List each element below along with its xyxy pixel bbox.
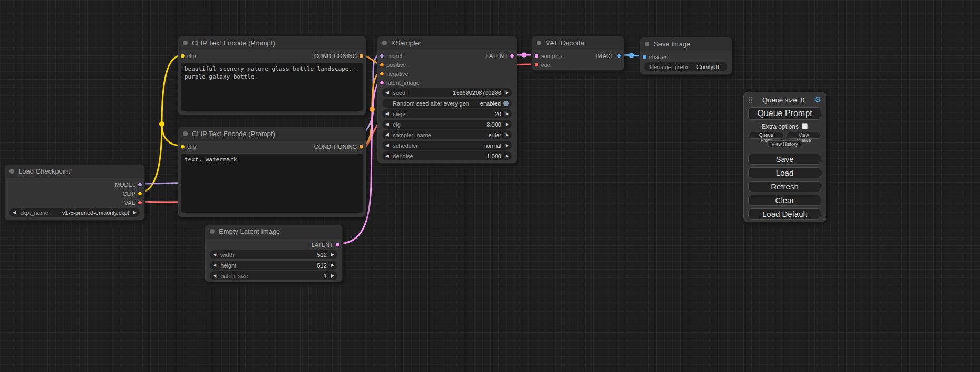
- model-output-port[interactable]: [138, 182, 142, 187]
- decrement-arrow-icon[interactable]: ◀: [385, 143, 389, 148]
- node-title-bar[interactable]: CLIP Text Encode (Prompt): [178, 36, 366, 50]
- decrement-arrow-icon[interactable]: ◀: [385, 90, 389, 95]
- positive-prompt-textarea[interactable]: beautiful scenery nature glass bottle la…: [181, 63, 363, 111]
- images-input-port[interactable]: [642, 54, 647, 59]
- node-vae-decode[interactable]: VAE Decode samples IMAGE vae: [531, 36, 624, 71]
- save-workflow-button[interactable]: Save: [748, 154, 821, 165]
- collapse-dot-icon[interactable]: [537, 41, 541, 45]
- vae-input-label: vae: [541, 62, 550, 68]
- clip-input-port[interactable]: [180, 53, 185, 58]
- image-output-label: IMAGE: [596, 53, 615, 59]
- seed-widget[interactable]: ◀ seed 156680208700286 ▶: [382, 88, 512, 97]
- width-widget[interactable]: ◀ width 512 ▶: [210, 250, 337, 259]
- random-seed-toggle-widget[interactable]: Random seed after every gen enabled: [382, 99, 512, 108]
- conditioning-output-port[interactable]: [359, 53, 364, 58]
- node-title-bar[interactable]: Save Image: [640, 37, 732, 51]
- node-graph-canvas[interactable]: Load Checkpoint MODEL CLIP VAE ◀ ckpt_na…: [0, 0, 980, 372]
- collapse-dot-icon[interactable]: [9, 169, 14, 174]
- refresh-button[interactable]: Refresh: [748, 181, 821, 192]
- node-load-checkpoint[interactable]: Load Checkpoint MODEL CLIP VAE ◀ ckpt_na…: [4, 164, 145, 221]
- toggle-dot-icon[interactable]: [503, 101, 509, 106]
- vae-output-port[interactable]: [138, 200, 142, 205]
- conditioning-output-port[interactable]: [359, 144, 364, 149]
- view-history-button[interactable]: View History: [767, 140, 803, 147]
- decrement-arrow-icon[interactable]: ◀: [213, 263, 216, 268]
- scheduler-widget[interactable]: ◀ scheduler normal ▶: [382, 141, 512, 150]
- extra-options-label: Extra options: [762, 123, 799, 130]
- view-queue-button[interactable]: View Queue: [786, 132, 821, 139]
- increment-arrow-icon[interactable]: ▶: [506, 111, 509, 116]
- decrement-arrow-icon[interactable]: ◀: [213, 273, 216, 278]
- denoise-widget[interactable]: ◀ denoise 1.000 ▶: [382, 151, 512, 160]
- widget-value: 156680208700286: [453, 90, 501, 96]
- model-input-port[interactable]: [380, 53, 384, 58]
- increment-arrow-icon[interactable]: ▶: [506, 154, 509, 158]
- node-empty-latent-image[interactable]: Empty Latent Image LATENT ◀ width 512 ▶ …: [205, 224, 343, 282]
- height-widget[interactable]: ◀ height 512 ▶: [210, 261, 337, 270]
- collapse-dot-icon[interactable]: [645, 42, 649, 46]
- decrement-arrow-icon[interactable]: ◀: [385, 111, 389, 116]
- steps-widget[interactable]: ◀ steps 20 ▶: [382, 109, 512, 118]
- sampler-name-widget[interactable]: ◀ sampler_name euler ▶: [382, 130, 512, 139]
- load-workflow-button[interactable]: Load: [748, 167, 821, 178]
- decrement-arrow-icon[interactable]: ◀: [13, 210, 16, 215]
- drag-handle-icon[interactable]: ⣿: [748, 96, 753, 103]
- negative-input-port[interactable]: [380, 71, 384, 76]
- latent-output-port[interactable]: [510, 53, 515, 58]
- decrement-arrow-icon[interactable]: ◀: [385, 122, 389, 127]
- node-ksampler[interactable]: KSampler model LATENT positive negative …: [377, 36, 517, 164]
- increment-arrow-icon[interactable]: ▶: [506, 122, 509, 127]
- menu-header: ⣿ Queue size: 0 ⚙: [748, 94, 821, 105]
- widget-label: width: [220, 252, 234, 258]
- samples-input-port[interactable]: [534, 53, 539, 58]
- widget-value: 1: [324, 273, 327, 279]
- node-save-image[interactable]: Save Image images filename_prefix ComfyU…: [639, 37, 732, 75]
- batch-size-widget[interactable]: ◀ batch_size 1 ▶: [210, 271, 337, 280]
- settings-gear-icon[interactable]: ⚙: [814, 95, 821, 104]
- ckpt-name-widget[interactable]: ◀ ckpt_name v1-5-pruned-emaonly.ckpt ▶: [9, 208, 140, 217]
- widget-value: euler: [488, 132, 501, 138]
- vae-input-port[interactable]: [534, 62, 539, 67]
- latent-image-input-port[interactable]: [380, 80, 384, 85]
- decrement-arrow-icon[interactable]: ◀: [385, 132, 389, 137]
- node-title-bar[interactable]: Load Checkpoint: [5, 165, 144, 178]
- node-title-bar[interactable]: Empty Latent Image: [205, 225, 342, 239]
- cfg-widget[interactable]: ◀ cfg 8.000 ▶: [382, 120, 512, 129]
- latent-output-port[interactable]: [335, 242, 340, 247]
- extra-options-row: Extra options: [748, 122, 821, 130]
- collapse-dot-icon[interactable]: [210, 229, 215, 234]
- load-default-button[interactable]: Load Default: [748, 208, 821, 220]
- increment-arrow-icon[interactable]: ▶: [506, 90, 509, 95]
- queue-front-button[interactable]: Queue Front: [748, 132, 784, 139]
- increment-arrow-icon[interactable]: ▶: [506, 143, 509, 148]
- collapse-dot-icon[interactable]: [382, 41, 387, 45]
- clip-input-label: clip: [187, 53, 196, 59]
- increment-arrow-icon[interactable]: ▶: [331, 252, 334, 257]
- clip-output-port[interactable]: [138, 191, 142, 196]
- clip-input-label: clip: [187, 144, 196, 150]
- clear-button[interactable]: Clear: [748, 195, 821, 206]
- queue-prompt-button[interactable]: Queue Prompt: [748, 107, 821, 120]
- decrement-arrow-icon[interactable]: ◀: [385, 154, 389, 158]
- node-title-bar[interactable]: KSampler: [377, 36, 517, 50]
- collapse-dot-icon[interactable]: [183, 41, 188, 45]
- positive-input-port[interactable]: [380, 62, 384, 67]
- extra-options-checkbox[interactable]: [802, 123, 808, 129]
- filename-prefix-widget[interactable]: filename_prefix ComfyUI: [644, 62, 727, 71]
- image-output-port[interactable]: [617, 53, 622, 58]
- decrement-arrow-icon[interactable]: ◀: [213, 252, 216, 257]
- node-title-bar[interactable]: CLIP Text Encode (Prompt): [178, 127, 366, 141]
- node-title-bar[interactable]: VAE Decode: [532, 36, 624, 50]
- link-dot-negative: [370, 107, 375, 112]
- negative-prompt-textarea[interactable]: text, watermark: [181, 154, 363, 213]
- collapse-dot-icon[interactable]: [183, 131, 188, 136]
- widget-label: seed: [393, 90, 405, 96]
- increment-arrow-icon[interactable]: ▶: [331, 263, 334, 268]
- increment-arrow-icon[interactable]: ▶: [331, 273, 334, 278]
- node-clip-text-encode-positive[interactable]: CLIP Text Encode (Prompt) clip CONDITION…: [178, 36, 366, 116]
- node-clip-text-encode-negative[interactable]: CLIP Text Encode (Prompt) clip CONDITION…: [178, 127, 366, 217]
- clip-input-port[interactable]: [180, 144, 185, 149]
- widget-value: ComfyUI: [696, 64, 719, 70]
- increment-arrow-icon[interactable]: ▶: [133, 210, 137, 215]
- increment-arrow-icon[interactable]: ▶: [506, 132, 509, 137]
